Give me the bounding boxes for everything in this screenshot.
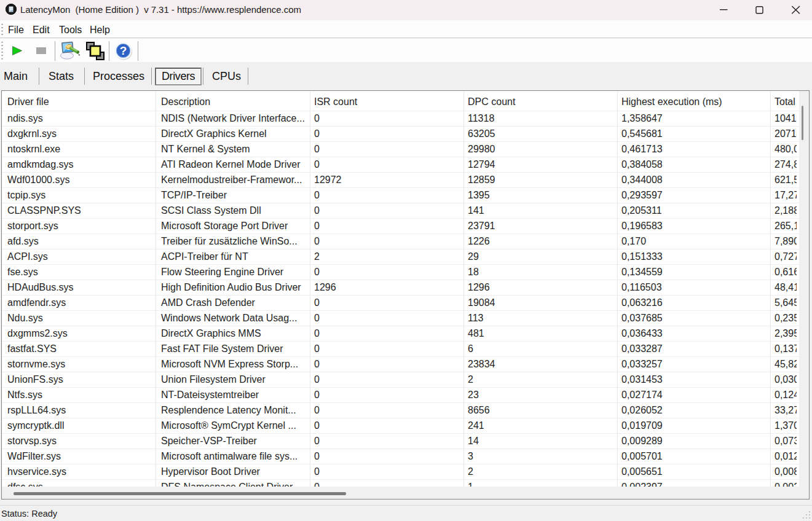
svg-text:?: ?: [120, 44, 127, 57]
